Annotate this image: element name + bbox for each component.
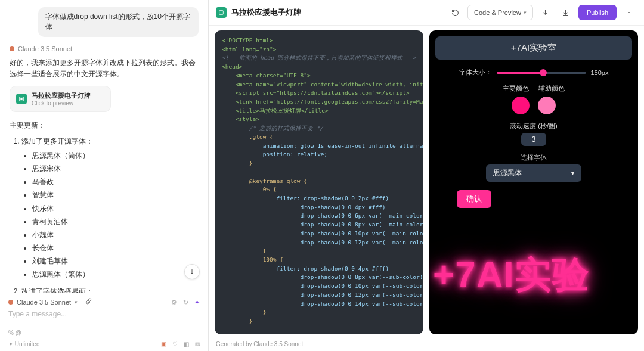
download-button[interactable] bbox=[558, 5, 574, 20]
chevron-down-icon: ▾ bbox=[571, 170, 574, 176]
message-input[interactable] bbox=[8, 310, 200, 327]
plus-icon[interactable]: ✦ bbox=[194, 299, 200, 306]
code-pane[interactable]: <!DOCTYPE html> <html lang="zh"> <!-- 前面… bbox=[215, 30, 423, 334]
chevron-down-icon: ▾ bbox=[524, 10, 527, 15]
main-color-swatch[interactable] bbox=[512, 97, 530, 114]
copy-button[interactable] bbox=[538, 5, 553, 20]
speed-label: 滚动速度 (秒/圈) bbox=[446, 122, 621, 131]
speed-input[interactable]: 3 bbox=[521, 133, 547, 146]
artifact-panel: 马拉松应援电子灯牌 Code & Preview ▾ Publish <!DOC… bbox=[209, 0, 644, 351]
update-subitem: 青柯黄油体 bbox=[32, 216, 199, 228]
preview-pane[interactable]: +7AI实验室 字体大小： 150px 主要颜色 辅助颜色 bbox=[429, 30, 638, 334]
composer: Claude 3.5 Sonnet ▾ ⚙ ↻ ✦ % @ bbox=[0, 293, 208, 338]
artifact-header: 马拉松应援电子灯牌 Code & Preview ▾ Publish bbox=[209, 0, 644, 26]
user-message: 字体做成drop down list的形式，放10个开源字体 bbox=[38, 7, 199, 37]
update-subitem: 快乐体 bbox=[32, 203, 199, 215]
assistant-intro: 好的，我来添加更多开源字体并改成下拉列表的形式。我会选择一些适合展示的中文开源字… bbox=[10, 57, 199, 80]
artifact-card[interactable]: 马拉松应援电子灯牌 Click to preview bbox=[10, 86, 111, 112]
artifact-icon bbox=[16, 94, 27, 104]
color-row: 主要颜色 辅助颜色 bbox=[446, 84, 621, 114]
update-item: 添加了更多开源字体：思源黑体（简体）思源宋体马善政智慧体快乐体青柯黄油体小魏体长… bbox=[21, 135, 199, 280]
artifact-header-title: 马拉松应援电子灯牌 bbox=[231, 7, 301, 18]
attachment-icon[interactable] bbox=[85, 298, 92, 306]
close-button[interactable] bbox=[621, 5, 637, 20]
update-subitem: 智慧体 bbox=[32, 190, 199, 201]
view-mode-select[interactable]: Code & Preview ▾ bbox=[467, 5, 533, 20]
sub-color-swatch[interactable] bbox=[538, 97, 556, 114]
updates-heading: 主要更新： bbox=[10, 120, 199, 131]
svg-rect-0 bbox=[219, 11, 224, 15]
font-select[interactable]: 思源黑体 ▾ bbox=[486, 164, 581, 182]
font-size-value: 150px bbox=[591, 69, 609, 76]
heart-icon[interactable]: ♡ bbox=[172, 341, 178, 347]
font-select-label: 选择字体 bbox=[446, 153, 621, 162]
chat-scroll[interactable]: 字体做成drop down list的形式，放10个开源字体 Claude 3.… bbox=[0, 0, 208, 293]
confirm-button[interactable]: 确认 bbox=[457, 190, 491, 208]
preview-marquee: +7AI实验 bbox=[429, 215, 638, 334]
update-subitem: 刘建毛草体 bbox=[32, 256, 199, 267]
preview-top-banner: +7AI实验室 bbox=[435, 36, 632, 60]
sub-color-label: 辅助颜色 bbox=[538, 84, 565, 93]
model-dot-icon bbox=[8, 300, 13, 305]
generated-by-footer: Generated by Claude 3.5 Sonnet bbox=[209, 337, 644, 351]
gift-icon[interactable]: ▣ bbox=[161, 341, 166, 347]
view-mode-label: Code & Preview bbox=[474, 9, 521, 16]
updates-list: 添加了更多开源字体：思源黑体（简体）思源宋体马善政智慧体快乐体青柯黄油体小魏体长… bbox=[10, 135, 199, 293]
artifact-header-icon bbox=[216, 7, 227, 18]
update-item: 改进了字体选择界面：使用下拉列表替代按钮添加了美观的下拉箭头优化了选择器样式 bbox=[21, 285, 199, 293]
chat-column: 字体做成drop down list的形式，放10个开源字体 Claude 3.… bbox=[0, 0, 209, 351]
update-subitem: 长仓体 bbox=[32, 243, 199, 254]
composer-hint: % @ bbox=[8, 330, 200, 336]
update-subitem: 思源宋体 bbox=[32, 163, 199, 175]
preview-controls: 字体大小： 150px 主要颜色 辅助颜色 bbox=[429, 66, 638, 215]
update-subitem: 思源黑体（简体） bbox=[32, 150, 199, 161]
font-select-row: 选择字体 思源黑体 ▾ bbox=[446, 153, 621, 182]
chevron-down-icon: ▾ bbox=[75, 299, 78, 305]
font-size-label: 字体大小： bbox=[459, 68, 492, 77]
composer-meta-icons: ⚙ ↻ ✦ bbox=[171, 299, 200, 306]
model-dot-icon bbox=[10, 46, 14, 51]
font-selected-value: 思源黑体 bbox=[493, 168, 522, 178]
artifact-panes: <!DOCTYPE html> <html lang="zh"> <!-- 前面… bbox=[209, 26, 644, 337]
font-size-slider[interactable] bbox=[497, 72, 586, 74]
sliders-icon[interactable]: ⚙ bbox=[171, 299, 177, 306]
main-color-label: 主要颜色 bbox=[503, 84, 529, 93]
comment-icon[interactable]: ✉ bbox=[195, 341, 200, 347]
artifact-subtitle: Click to preview bbox=[32, 100, 91, 107]
chat-footer: ✦ Unlimited ▣ ♡ ◧ ✉ bbox=[0, 338, 208, 351]
refresh-icon[interactable]: ↻ bbox=[183, 299, 188, 306]
plan-label: ✦ Unlimited bbox=[8, 341, 39, 347]
reload-button[interactable] bbox=[447, 5, 463, 20]
bookmark-icon[interactable]: ◧ bbox=[184, 341, 189, 347]
publish-button[interactable]: Publish bbox=[578, 5, 617, 20]
model-selector[interactable]: Claude 3.5 Sonnet ▾ ⚙ ↻ ✦ bbox=[8, 298, 200, 306]
update-subitem: 马善政 bbox=[32, 176, 199, 188]
assistant-model-label: Claude 3.5 Sonnet bbox=[18, 45, 72, 52]
update-subitem: 小魏体 bbox=[32, 229, 199, 241]
speed-row: 滚动速度 (秒/圈) 3 bbox=[446, 122, 621, 146]
scroll-to-bottom-button[interactable] bbox=[184, 264, 200, 279]
font-size-row: 字体大小： 150px bbox=[446, 68, 621, 77]
update-subitem: 思源黑体（繁体） bbox=[32, 269, 199, 280]
assistant-model-row: Claude 3.5 Sonnet bbox=[10, 45, 199, 52]
artifact-title: 马拉松应援电子灯牌 bbox=[32, 91, 91, 100]
composer-model-label: Claude 3.5 Sonnet bbox=[17, 299, 71, 306]
artifact-text: 马拉松应援电子灯牌 Click to preview bbox=[32, 91, 91, 107]
